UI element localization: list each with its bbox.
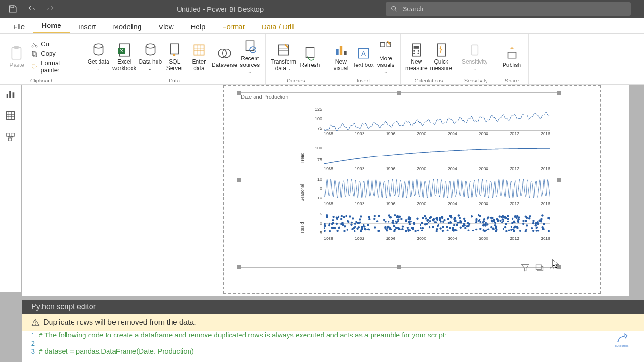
save-icon[interactable] [8, 5, 17, 13]
svg-rect-23 [340, 46, 342, 55]
undo-icon[interactable] [27, 5, 36, 13]
dataverse-button[interactable]: Dataverse [212, 45, 238, 69]
report-canvas-wrap: Date and Production 12510075 19881992199… [22, 85, 629, 296]
sql-server-button[interactable]: SQL Server [163, 42, 187, 72]
svg-point-106 [354, 223, 356, 225]
new-visual-button[interactable]: New visual [330, 42, 352, 72]
svg-rect-40 [13, 92, 15, 98]
svg-rect-22 [336, 49, 338, 55]
svg-point-238 [336, 223, 338, 225]
data-view-icon[interactable] [5, 110, 16, 121]
svg-point-347 [443, 219, 445, 221]
format-painter-button[interactable]: Format painter [31, 59, 79, 74]
svg-point-348 [448, 222, 450, 224]
more-visuals-button[interactable]: More visuals ⌄ [375, 39, 396, 75]
get-data-button[interactable]: Get data ⌄ [87, 42, 110, 72]
model-view-icon[interactable] [5, 132, 16, 142]
sensitivity-button[interactable]: Sensitivity⌄ [461, 42, 488, 72]
svg-text:A: A [361, 49, 366, 57]
tab-help[interactable]: Help [182, 20, 214, 33]
python-visual[interactable]: Date and Production 12510075 19881992199… [239, 92, 559, 268]
tab-data-drill[interactable]: Data / Drill [253, 20, 303, 33]
svg-point-387 [496, 218, 498, 220]
svg-point-314 [432, 219, 434, 221]
svg-point-1 [392, 7, 396, 10]
svg-point-392 [516, 217, 518, 219]
svg-point-361 [354, 230, 355, 232]
svg-point-8 [94, 44, 103, 48]
svg-point-394 [526, 217, 528, 219]
svg-point-382 [409, 223, 411, 225]
svg-point-391 [399, 216, 401, 218]
tab-file[interactable]: File [5, 20, 33, 33]
transform-data-button[interactable]: Transform data ⌄ [270, 42, 297, 72]
tab-format[interactable]: Format [214, 20, 253, 33]
excel-workbook-button[interactable]: XExcel workbook [111, 42, 138, 72]
tab-view[interactable]: View [150, 20, 182, 33]
cut-button[interactable]: Cut [31, 41, 79, 48]
svg-point-116 [490, 226, 492, 228]
svg-point-239 [420, 227, 422, 229]
svg-point-123 [437, 225, 438, 227]
svg-point-234 [535, 222, 537, 224]
search-box[interactable]: Search [386, 2, 631, 16]
text-box-button[interactable]: AText box [353, 45, 374, 69]
svg-point-261 [450, 216, 452, 218]
svg-point-251 [456, 224, 458, 226]
svg-point-168 [388, 214, 390, 216]
svg-rect-7 [33, 53, 37, 57]
svg-point-74 [463, 218, 465, 220]
chart-observed: 12510075 1988199219962000200420082012201… [310, 107, 555, 139]
new-measure-button[interactable]: New measure [405, 42, 429, 72]
svg-point-369 [368, 229, 370, 230]
svg-point-283 [397, 219, 399, 221]
svg-point-193 [463, 223, 465, 225]
python-warning: Duplicate rows will be removed from the … [22, 314, 644, 331]
svg-point-306 [464, 227, 466, 229]
svg-point-310 [408, 221, 410, 223]
tab-modeling[interactable]: Modeling [104, 20, 150, 33]
svg-point-209 [426, 220, 428, 222]
filter-icon[interactable] [520, 263, 530, 272]
paste-button[interactable]: Paste [4, 45, 30, 69]
refresh-button[interactable]: Refresh [298, 45, 322, 69]
svg-point-332 [537, 230, 539, 231]
window-title: Untitled - Power BI Desktop [55, 5, 386, 13]
svg-point-249 [472, 230, 474, 231]
svg-point-198 [501, 216, 503, 218]
svg-rect-15 [194, 45, 204, 55]
data-hub-button[interactable]: Data hub ⌄ [139, 42, 162, 72]
svg-point-177 [511, 222, 513, 224]
svg-point-292 [384, 226, 386, 228]
svg-point-262 [462, 225, 464, 227]
python-code-editor[interactable]: 1# The following code to create a datafr… [22, 331, 644, 362]
svg-point-365 [436, 217, 438, 219]
svg-point-96 [442, 230, 444, 232]
report-page[interactable]: Date and Production 12510075 19881992199… [223, 85, 601, 294]
svg-point-388 [368, 218, 370, 220]
enter-data-button[interactable]: Enter data [187, 42, 211, 72]
svg-rect-36 [472, 45, 478, 55]
tab-home[interactable]: Home [33, 18, 70, 33]
svg-point-184 [407, 227, 409, 229]
svg-point-82 [504, 226, 506, 228]
tab-insert[interactable]: Insert [70, 20, 105, 33]
svg-point-359 [432, 226, 434, 228]
svg-point-319 [479, 219, 480, 221]
svg-rect-42 [7, 133, 9, 136]
focus-mode-icon[interactable] [535, 263, 544, 272]
svg-point-92 [383, 219, 385, 221]
copy-button[interactable]: Copy [31, 50, 79, 58]
python-editor-header[interactable]: Python script editor [22, 300, 644, 314]
report-view-icon[interactable] [5, 89, 16, 99]
svg-point-247 [442, 221, 444, 223]
svg-rect-6 [33, 51, 36, 55]
publish-button[interactable]: Publish [499, 45, 525, 69]
svg-point-203 [374, 215, 376, 217]
recent-sources-button[interactable]: Recent sources ⌄ [238, 39, 262, 75]
svg-point-253 [499, 215, 501, 217]
redo-icon[interactable] [46, 5, 55, 13]
svg-point-66 [543, 223, 545, 225]
subscribe-icon[interactable]: SUBSCRIBE [614, 332, 630, 348]
quick-measure-button[interactable]: Quick measure [429, 42, 454, 72]
